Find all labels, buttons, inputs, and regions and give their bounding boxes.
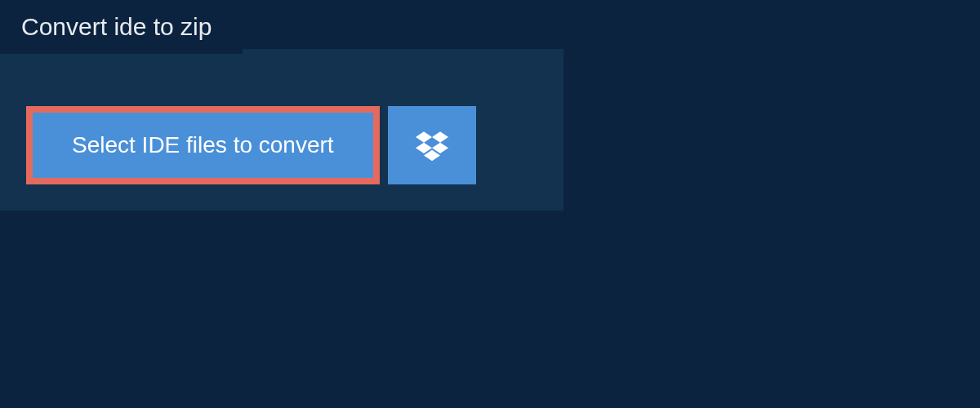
dropbox-icon bbox=[416, 129, 448, 162]
dropbox-button[interactable] bbox=[388, 106, 476, 184]
converter-panel: Select IDE files to convert bbox=[0, 49, 564, 211]
tab-header: Convert ide to zip bbox=[0, 0, 243, 54]
select-files-label: Select IDE files to convert bbox=[72, 132, 334, 158]
action-row: Select IDE files to convert bbox=[26, 106, 564, 184]
tab-title: Convert ide to zip bbox=[21, 13, 212, 40]
select-files-button[interactable]: Select IDE files to convert bbox=[26, 106, 380, 184]
